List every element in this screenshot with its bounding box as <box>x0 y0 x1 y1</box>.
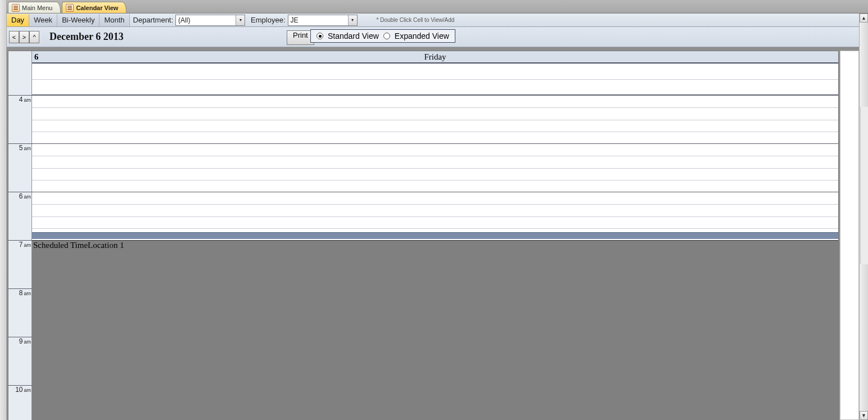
radio-expanded-label: Expanded View <box>395 31 449 40</box>
department-value: (All) <box>176 16 236 24</box>
day-number: 6 <box>34 52 39 62</box>
employee-value: JE <box>288 16 348 24</box>
hour-label: 6am <box>8 192 31 200</box>
view-tab-week[interactable]: Week <box>29 14 57 26</box>
day-header: 6 Friday <box>32 51 838 64</box>
event-header-bar <box>32 232 838 239</box>
tab-label: Main Menu <box>22 4 52 11</box>
document-tabstrip: Main Menu Calendar View <box>0 0 868 13</box>
event-block[interactable]: Scheduled TimeLocation 1 <box>32 240 838 420</box>
document-area: Day Week Bi-Weekly Month Department: (Al… <box>0 13 868 420</box>
chevron-left-icon: < <box>12 34 16 40</box>
view-tab-label: Month <box>104 16 124 24</box>
employee-combo[interactable]: JE ▾ <box>288 15 358 26</box>
hour-label: 4am <box>8 96 31 103</box>
print-label: Print <box>293 31 308 39</box>
view-tab-biweekly[interactable]: Bi-Weekly <box>57 14 100 26</box>
inner-scroll-column[interactable] <box>840 51 859 420</box>
day-name: Friday <box>424 52 446 62</box>
calendar-scroll-region: 6 Friday 4am5am6am7am8am9am10am Schedule… <box>7 47 859 420</box>
filter-bar: Day Week Bi-Weekly Month Department: (Al… <box>7 13 868 27</box>
hour-row[interactable]: 4am <box>8 95 838 143</box>
view-tab-label: Week <box>34 16 52 24</box>
hour-label: 7am <box>8 241 31 249</box>
radio-expanded[interactable] <box>383 33 390 39</box>
form-icon <box>66 4 74 12</box>
hour-label: 5am <box>8 144 31 152</box>
view-tab-month[interactable]: Month <box>100 14 129 26</box>
chevron-right-icon: > <box>22 34 26 40</box>
up-button[interactable]: ^ <box>29 31 39 43</box>
employee-label: Employee: <box>251 16 285 24</box>
prev-button[interactable]: < <box>9 31 19 43</box>
tab-label: Calendar View <box>76 4 118 11</box>
nav-buttons: < > ^ <box>9 31 39 43</box>
radio-standard[interactable] <box>317 33 323 39</box>
radio-standard-label: Standard View <box>328 31 379 40</box>
department-label: Department: <box>133 16 174 24</box>
hour-row[interactable]: 5am <box>8 143 838 192</box>
calendar-grid[interactable]: 6 Friday 4am5am6am7am8am9am10am Schedule… <box>8 51 839 420</box>
hint-text: * Double Click Cell to View/Add <box>377 17 455 23</box>
hour-label: 8am <box>8 289 31 297</box>
date-row: < > ^ December 6 2013 Print Standard Vie… <box>7 27 868 47</box>
dropdown-icon[interactable]: ▾ <box>236 15 245 25</box>
allday-band[interactable] <box>32 64 838 95</box>
date-title: December 6 2013 <box>49 31 124 43</box>
next-button[interactable]: > <box>19 31 29 43</box>
hour-label: 9am <box>8 337 31 345</box>
scroll-down-icon[interactable]: ▼ <box>860 411 868 420</box>
scroll-up-icon[interactable]: ▲ <box>860 13 868 22</box>
view-tab-label: Bi-Weekly <box>62 16 94 24</box>
left-ruler <box>0 0 7 420</box>
view-tab-day[interactable]: Day <box>7 14 29 26</box>
display-mode-group: Standard View Expanded View <box>310 29 455 43</box>
form-icon <box>12 4 20 12</box>
view-tab-label: Day <box>11 16 24 24</box>
event-text: Scheduled TimeLocation 1 <box>33 241 124 250</box>
dropdown-icon[interactable]: ▾ <box>348 15 357 25</box>
caret-up-icon: ^ <box>33 34 35 40</box>
tab-main-menu[interactable]: Main Menu <box>8 2 61 13</box>
hour-label: 10am <box>8 386 31 394</box>
department-combo[interactable]: (All) ▾ <box>175 15 245 26</box>
right-side-panel <box>860 107 868 264</box>
tab-calendar-view[interactable]: Calendar View <box>62 2 126 13</box>
